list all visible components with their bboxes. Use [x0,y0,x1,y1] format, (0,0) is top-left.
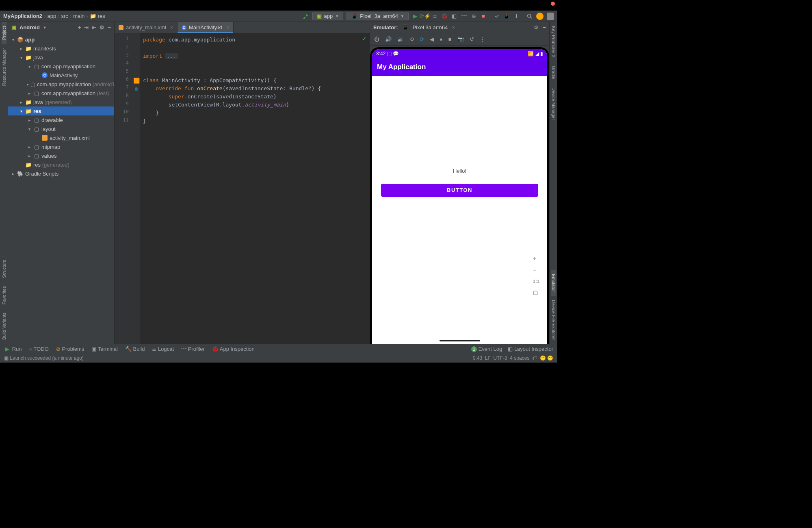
tree-values[interactable]: ▸▢values [8,151,114,160]
device-manager-icon[interactable]: 📱 [503,13,510,19]
tree-layout[interactable]: ▾▢layout [8,124,114,133]
profiler-toolwindow[interactable]: 〰 Profiler [181,346,205,352]
screenshot-icon[interactable]: 📷 [457,36,464,42]
sidebar-gradle[interactable]: Gradle [551,62,556,83]
close-emulator-tab-icon[interactable]: × [452,24,455,30]
tree-res-gen[interactable]: 📁res (generated) [8,160,114,169]
event-log-toolwindow[interactable]: 1 Event Log [471,346,502,352]
breadcrumb-src[interactable]: src [61,13,68,19]
build-toolwindow[interactable]: 🔨 Build [125,346,145,352]
back-icon[interactable]: ◀ [430,36,434,42]
device-nav-bar[interactable] [372,337,547,344]
rotate-right-icon[interactable]: ⟳ [420,36,424,42]
account-avatar[interactable] [536,13,543,20]
zoom-fit-icon[interactable]: ▢ [533,289,539,296]
minimize-icon[interactable]: − [108,24,111,31]
gear-icon[interactable]: ⚙ [534,24,539,30]
tree-gradle-scripts[interactable]: ▸🐘Gradle Scripts [8,169,114,178]
expand-all-icon[interactable]: ⇥ [84,24,89,31]
run-config-combo[interactable]: ▣ app ▼ [312,12,344,20]
close-icon[interactable]: × [170,25,173,30]
app-inspection-toolwindow[interactable]: 🐞 App Inspection [212,346,255,352]
bottom-toolwindow-bar: ▶ Run ≡ TODO ⊘ Problems ▣ Terminal 🔨 Bui… [0,344,557,354]
terminal-toolwindow[interactable]: ▣ Terminal [91,346,118,352]
home-icon[interactable]: ● [440,36,443,42]
tree-manifests[interactable]: ▸📁manifests [8,44,114,53]
tree-pkg-test[interactable]: ▸▢com.app.myapplication (test) [8,89,114,98]
more-icon[interactable]: ⋮ [480,36,485,42]
tree-drawable[interactable]: ▸▢drawable [8,115,114,124]
zoom-1to1-icon[interactable]: 1:1 [533,279,539,284]
tree-res[interactable]: ▾📁res [8,106,114,115]
target-icon[interactable]: ⌖ [78,24,81,31]
traffic-close[interactable] [551,2,555,6]
status-indent[interactable]: 4 spaces [510,355,529,361]
tree-activity-main-xml[interactable]: activity_main.xml [8,133,114,142]
sidebar-build-variants[interactable]: Build Variants [2,309,6,344]
tree-mipmap[interactable]: ▸▢mipmap [8,142,114,151]
sidebar-structure[interactable]: Structure [2,256,6,282]
tree-app[interactable]: ▾📦app [8,35,114,44]
breadcrumb-module[interactable]: app [47,13,56,19]
sidebar-project[interactable]: Project [2,22,6,44]
close-icon[interactable]: × [226,25,229,30]
hammer-icon[interactable] [303,13,309,20]
search-icon[interactable] [526,13,533,20]
breadcrumb-project[interactable]: MyApplication2 [3,13,42,19]
power-icon[interactable]: ⏻ [374,36,379,42]
layout-inspector-toolwindow[interactable]: ◧ Layout Inspector [508,346,553,352]
logcat-toolwindow[interactable]: ≣ Logcat [152,346,174,352]
sidebar-favorites[interactable]: Favorites [2,282,6,309]
sidebar-resource-manager[interactable]: Resource Manager [2,44,6,90]
zoom-out-icon[interactable]: − [533,267,539,273]
sidebar-device-manager[interactable]: Device Manager [551,83,556,124]
attach-debugger-icon[interactable]: ⊕ [470,13,477,19]
assist-icon[interactable] [547,13,554,20]
sdk-manager-icon[interactable]: ⬇ [513,13,520,19]
emulator-device-name[interactable]: Pixel 3a arm64 [413,24,448,30]
settings-icon[interactable]: ⚙ [100,24,104,31]
code-body[interactable]: package com.app.myapplication import ...… [140,33,370,344]
breadcrumb-main[interactable]: main [73,13,84,19]
volume-down-icon[interactable]: 🔉 [397,36,404,42]
overview-icon[interactable]: ■ [448,36,452,42]
commit-icon[interactable] [494,13,500,19]
run-icon[interactable]: ▶ [412,13,418,19]
status-encoding[interactable]: UTF-8 [494,355,507,361]
minimize-icon[interactable]: − [543,24,546,30]
stop-icon[interactable]: ■ [480,13,487,19]
snapshot-icon[interactable]: ↺ [470,36,474,42]
tree-pkg[interactable]: ▾▢com.app.myapplication [8,62,114,71]
run-toolwindow[interactable]: ▶ Run [4,346,22,352]
device-screen[interactable]: 3:42 ⬚ 💬 📶 ◢ ▮ My Application Hello! BUT… [372,49,547,344]
coverage-icon[interactable]: ◧ [451,13,457,19]
apply-changes-icon[interactable]: ⟳⚡ [422,13,428,19]
sidebar-key-promoter[interactable]: Key Promoter X [551,22,556,62]
device-status-bar: 3:42 ⬚ 💬 📶 ◢ ▮ [372,49,547,58]
tree-java-gen[interactable]: ▸📁java (generated) [8,98,114,106]
code-editor[interactable]: ✓ 1 2 3 4 5 6 7 8 9 10 11 🟧 ◍ pack [115,33,370,344]
git-branch-icon[interactable]: 🏷 [532,355,537,361]
apply-code-icon[interactable]: ≣ [431,13,438,19]
project-tree[interactable]: ▾📦app ▸📁manifests ▾📁java ▾▢com.app.myapp… [8,33,114,344]
sidebar-device-file-explorer[interactable]: Device File Explorer [551,296,556,344]
status-line-ending[interactable]: LF [485,355,491,361]
tree-mainactivity[interactable]: CMainActivity [8,71,114,80]
breadcrumb-res[interactable]: res [98,13,105,19]
sidebar-emulator[interactable]: Emulator [551,270,556,296]
problems-toolwindow[interactable]: ⊘ Problems [56,346,84,352]
rotate-left-icon[interactable]: ⟲ [409,36,414,42]
zoom-in-icon[interactable]: + [533,255,539,261]
app-button[interactable]: BUTTON [381,184,539,197]
tree-java[interactable]: ▾📁java [8,53,114,62]
tab-main-activity-kt[interactable]: C MainActivity.kt × [178,22,234,33]
tab-activity-main-xml[interactable]: activity_main.xml × [115,22,178,33]
profile-icon[interactable]: 〰 [461,13,467,19]
volume-up-icon[interactable]: 🔊 [385,36,392,42]
project-view-title[interactable]: Android [19,24,40,30]
debug-icon[interactable]: 🐞 [441,13,448,19]
tree-pkg-androidtest[interactable]: ▸▢com.app.myapplication (androidTest) [8,80,114,89]
todo-toolwindow[interactable]: ≡ TODO [29,346,48,352]
device-combo[interactable]: 📱 Pixel_3a_arm64 ▼ [346,12,409,20]
collapse-all-icon[interactable]: ⇤ [92,24,96,31]
